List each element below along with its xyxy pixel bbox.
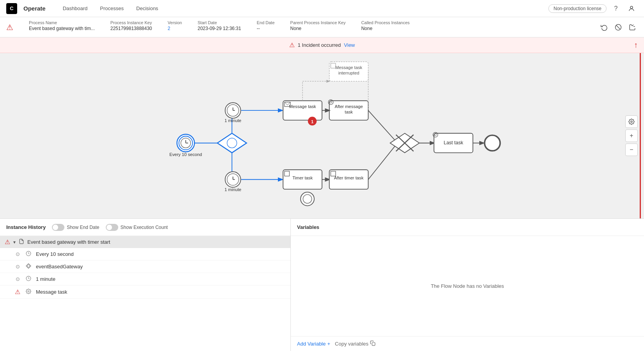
svg-point-71 (28, 291, 29, 292)
show-execution-count-toggle[interactable] (106, 224, 118, 231)
history-item-header-row[interactable]: ⚠ ▾ Event based gateway with timer start (0, 236, 290, 248)
user-icon[interactable] (625, 2, 638, 15)
history-label-gateway: eventBasedGateway (36, 264, 83, 269)
zoom-settings-button[interactable] (625, 115, 638, 128)
end-date-group: End Date -- (257, 20, 275, 31)
incident-count: 1 Incident occurred (298, 42, 341, 48)
svg-point-66 (631, 121, 632, 122)
svg-text:Timer task: Timer task (292, 176, 313, 180)
plus-icon: + (327, 341, 330, 347)
process-name-group: Process Name Event based gateway with ti… (29, 20, 95, 31)
history-item-gateway[interactable]: ⊙ eventBasedGateway (0, 261, 290, 273)
history-label-message-task: Message task (36, 289, 67, 295)
header-error-icon: ⚠ (5, 238, 10, 246)
svg-point-64 (301, 192, 314, 206)
completed-circle-icon-2: ⊙ (14, 264, 21, 269)
nav-decisions[interactable]: Decisions (132, 3, 163, 14)
add-variable-button[interactable]: Add Variable + (297, 341, 330, 347)
end-date-label: End Date (257, 20, 275, 25)
show-execution-count-knob (107, 225, 112, 230)
variables-header: Variables (291, 219, 644, 236)
history-list: ⚠ ▾ Event based gateway with timer start… (0, 236, 290, 351)
incident-view-link[interactable]: View (344, 42, 355, 48)
incident-error-icon: ⚠ (289, 41, 295, 49)
called-instances-value: None (361, 26, 409, 31)
nav-dashboard[interactable]: Dashboard (58, 3, 93, 14)
show-end-date-knob (53, 225, 58, 230)
cancel-icon[interactable] (613, 22, 624, 33)
svg-text:Every 10 second: Every 10 second (169, 152, 202, 157)
svg-text:Message task: Message task (289, 104, 317, 109)
nav-processes[interactable]: Processes (95, 3, 128, 14)
help-icon[interactable]: ? (610, 2, 622, 15)
copy-icon (370, 340, 375, 347)
process-name-label: Process Name (29, 20, 95, 25)
instance-history-title: Instance History (6, 224, 46, 230)
action-icons (599, 20, 638, 33)
variables-panel: Variables The Flow Node has no Variables… (291, 219, 644, 351)
end-date-value: -- (257, 26, 275, 31)
retry-icon[interactable] (599, 22, 610, 33)
clock-icon-1 (25, 251, 32, 257)
history-label-1minute: 1 minute (36, 276, 55, 282)
history-item-message-task[interactable]: ⚠ Message task (0, 285, 290, 299)
instance-key-value: 2251799813888430 (110, 26, 152, 31)
clock-icon-2 (25, 276, 32, 282)
svg-text:After timer task: After timer task (334, 176, 364, 180)
incident-banner: ⚠ 1 Incident occurred View ↑ (0, 37, 644, 53)
header-label: Event based gateway with timer start (27, 239, 110, 245)
svg-text:After message: After message (334, 104, 363, 109)
parent-key-value: None (290, 26, 346, 31)
completed-circle-icon-1: ⊙ (14, 251, 21, 257)
show-end-date-toggle[interactable] (52, 224, 64, 231)
show-end-date-toggle-group: Show End Date (52, 224, 99, 231)
svg-text:1: 1 (311, 119, 313, 124)
show-end-date-label: Show End Date (67, 225, 99, 230)
svg-marker-68 (26, 264, 31, 268)
error-icon-message: ⚠ (14, 288, 21, 296)
delete-icon[interactable] (627, 22, 638, 33)
svg-text:1 minute: 1 minute (224, 118, 241, 123)
app-logo: C (6, 3, 17, 14)
svg-marker-11 (217, 133, 247, 153)
history-item-every10sec[interactable]: ⊙ Every 10 second (0, 248, 290, 261)
start-date-label: Start Date (197, 20, 241, 25)
app-name: Operate (23, 5, 46, 12)
instance-key-group: Process Instance Key 2251799813888430 (110, 20, 152, 31)
svg-text:Last task: Last task (444, 140, 464, 145)
version-label: Version (168, 20, 182, 25)
gear-icon-message (25, 289, 32, 295)
history-label-every10sec: Every 10 second (36, 251, 74, 257)
version-value[interactable]: 2 (168, 26, 182, 31)
completed-circle-icon-3: ⊙ (14, 276, 21, 282)
svg-point-69 (27, 265, 30, 267)
start-date-group: Start Date 2023-09-29 12:36:31 (197, 20, 241, 31)
svg-line-53 (368, 143, 397, 180)
history-item-1minute[interactable]: ⊙ 1 minute (0, 273, 290, 285)
called-instances-label: Called Process Instances (361, 20, 409, 25)
process-name-value: Event based gateway with tim... (29, 26, 95, 31)
diagram-area[interactable]: Every 10 second 1 minute (0, 53, 644, 218)
bottom-panel: Instance History Show End Date Show Exec… (0, 218, 644, 351)
show-execution-count-label: Show Execution Count (121, 225, 168, 230)
gateway-icon (25, 263, 32, 270)
called-instances-group: Called Process Instances None (361, 20, 409, 31)
svg-rect-72 (372, 342, 375, 346)
start-date-value: 2023-09-29 12:36:31 (197, 26, 241, 31)
main-content: Every 10 second 1 minute (0, 53, 644, 351)
svg-text:interrupted: interrupted (338, 71, 359, 75)
svg-point-0 (630, 6, 633, 9)
license-badge: Non-production license (548, 4, 607, 13)
zoom-controls: + − (625, 115, 638, 156)
svg-text:1 minute: 1 minute (224, 187, 241, 192)
instance-history-panel: Instance History Show End Date Show Exec… (0, 219, 291, 351)
version-group: Version 2 (168, 20, 182, 31)
parent-key-label: Parent Process Instance Key (290, 20, 346, 25)
svg-text:Message task: Message task (335, 65, 363, 70)
zoom-in-button[interactable]: + (625, 129, 638, 142)
instance-history-header: Instance History Show End Date Show Exec… (0, 219, 290, 236)
copy-variables-button[interactable]: Copy variables (335, 340, 375, 347)
zoom-out-button[interactable]: − (625, 144, 638, 156)
doc-icon (19, 239, 24, 245)
no-variables-message: The Flow Node has no Variables (291, 236, 644, 336)
